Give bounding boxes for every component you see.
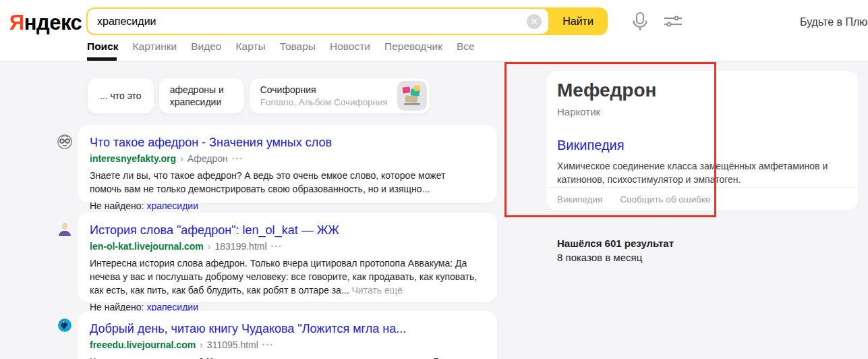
breadcrumb-separator: ›: [180, 153, 183, 164]
chip-subtitle: Fontano, Альбом Сочифорния: [260, 97, 388, 107]
wikipedia-section-link[interactable]: Википедия: [557, 138, 847, 153]
chip-what-is[interactable]: ... что это: [88, 78, 154, 113]
panel-subtitle: Наркотик: [557, 106, 847, 117]
clear-search-icon[interactable]: ✕: [527, 14, 542, 29]
breadcrumb-separator: ›: [208, 241, 211, 252]
result-path[interactable]: 183199.html: [215, 241, 267, 252]
impressions-per-month: 8 показов в месяц: [557, 252, 674, 263]
tab-news[interactable]: Новости: [330, 40, 370, 53]
active-tab-underline: [87, 57, 117, 61]
tab-goods[interactable]: Товары: [280, 40, 316, 53]
not-found-label: Не найдено:: [90, 200, 146, 211]
nerd-face-icon: [57, 134, 73, 150]
panel-description: Химическое соединение класса замещённых …: [557, 159, 847, 186]
search-result-3: Добрый день, читаю книгу Чудакова "Ложит…: [78, 311, 497, 359]
microphone-icon[interactable]: [631, 11, 649, 34]
search-input-wrap: ✕: [88, 9, 548, 34]
result-menu-icon[interactable]: ···: [232, 153, 243, 164]
read-more-link[interactable]: Читать ещё: [351, 285, 403, 296]
search-button[interactable]: Найти: [548, 7, 608, 35]
plus-subscription-link[interactable]: Будьте в Плюсе: [800, 16, 868, 28]
result-domain[interactable]: interesnyefakty.org: [90, 153, 176, 164]
snippet-text: Интересна история слова афедрон. Только …: [90, 258, 477, 296]
tab-all[interactable]: Все: [457, 40, 475, 53]
chip-afedrony[interactable]: афедроны и храпесидии: [159, 78, 244, 113]
logo-letter-ya: Я: [9, 11, 24, 34]
search-input[interactable]: [88, 9, 527, 34]
report-error-link[interactable]: Сообщить об ошибке: [620, 194, 710, 204]
tab-search[interactable]: Поиск: [87, 40, 119, 53]
result-title-link[interactable]: Что такое афедрон - Значения умных слов: [90, 134, 482, 150]
search-settings-icon[interactable]: [664, 15, 683, 31]
result-domain[interactable]: len-ol-kat.livejournal.com: [90, 241, 204, 252]
result-snippet: Интересна история слова афедрон. Только …: [90, 256, 478, 297]
search-stats: Нашёлся 601 результат 8 показов в месяц: [557, 238, 674, 263]
snippet-part: устали?: [167, 356, 206, 359]
wikipedia-source-link[interactable]: Википедия: [557, 194, 602, 204]
logo-rest: ндекс: [24, 11, 82, 34]
search-vertical-tabs: Поиск Картинки Видео Карты Товары Новост…: [87, 40, 475, 53]
snippet-bold-term: храпесидии: [111, 356, 167, 359]
result-menu-icon[interactable]: ···: [271, 241, 283, 252]
chip-title: Сочифорния: [260, 84, 388, 95]
result-domain[interactable]: freeedu.livejournal.com: [90, 339, 196, 350]
knowledge-panel: Мефедрон Наркотик Википедия Химическое с…: [546, 71, 858, 211]
result-path[interactable]: Афедрон: [187, 153, 228, 164]
album-cover-thumbnail: [397, 81, 427, 111]
result-menu-icon[interactable]: ···: [262, 339, 274, 350]
search-result-1: Что такое афедрон - Значения умных слов …: [78, 125, 497, 203]
result-snippet: Знаете ли вы, что такое афедрон? А ведь …: [90, 169, 478, 196]
chip-sochifornia[interactable]: Сочифорния Fontano, Альбом Сочифорния: [250, 78, 430, 113]
result-url-breadcrumb: freeedu.livejournal.com › 311095.html ··…: [90, 339, 482, 350]
header: Яндекс ✕ Найти Будьте в Плюсе Поиск Карт…: [0, 0, 868, 61]
panel-footer: Википедия Сообщить об ошибке: [546, 187, 858, 211]
result-title-link[interactable]: История слова "афедрон": len_ol_kat — ЖЖ: [90, 222, 482, 238]
tab-video[interactable]: Видео: [191, 40, 221, 53]
result-path[interactable]: 311095.html: [207, 339, 258, 350]
person-icon: [57, 221, 73, 238]
search-bar: ✕ Найти: [86, 7, 608, 35]
result-url-breadcrumb: len-ol-kat.livejournal.com › 183199.html…: [90, 241, 482, 252]
tab-maps[interactable]: Карты: [236, 40, 266, 53]
breadcrumb-separator: ›: [200, 339, 203, 350]
not-found-term-link[interactable]: храпесидии: [146, 200, 198, 211]
panel-title: Мефедрон: [557, 80, 847, 101]
tab-translate[interactable]: Переводчик: [384, 40, 442, 53]
result-title-link[interactable]: Добрый день, читаю книгу Чудакова "Ложит…: [90, 321, 482, 337]
chip-label: афедроны и храпесидии: [159, 78, 244, 113]
results-count: Нашёлся 601 результат: [557, 238, 674, 249]
result-url-breadcrumb: interesnyefakty.org › Афедрон ···: [90, 153, 482, 164]
livejournal-icon: [57, 317, 73, 333]
tab-images[interactable]: Картинки: [133, 40, 177, 53]
snippet-part: Что,: [90, 356, 111, 359]
chip-texts: Сочифорния Fontano, Альбом Сочифорния: [260, 84, 388, 107]
result-snippet: Что, храпесидии устали? Храпесидиями в с…: [90, 355, 478, 359]
search-result-2: История слова "афедрон": len_ol_kat — ЖЖ…: [78, 213, 497, 302]
snippet-bold-term: Храпесидиями: [206, 356, 276, 359]
not-found-line: Не найдено: храпесидии: [90, 200, 482, 211]
related-query-chips: ... что это афедроны и храпесидии Сочифо…: [88, 78, 430, 113]
yandex-logo[interactable]: Яндекс: [9, 11, 82, 35]
